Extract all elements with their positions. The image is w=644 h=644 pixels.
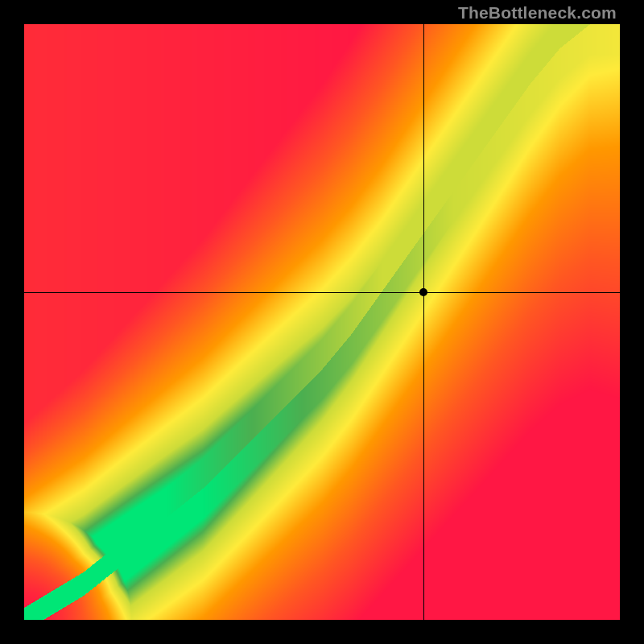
crosshair-vertical xyxy=(423,24,424,620)
selected-point-marker xyxy=(419,288,427,296)
heatmap-canvas xyxy=(24,24,620,620)
watermark-text: TheBottleneck.com xyxy=(458,3,617,23)
plot-area xyxy=(24,24,620,620)
crosshair-horizontal xyxy=(24,292,620,293)
chart-frame: TheBottleneck.com xyxy=(0,0,644,644)
